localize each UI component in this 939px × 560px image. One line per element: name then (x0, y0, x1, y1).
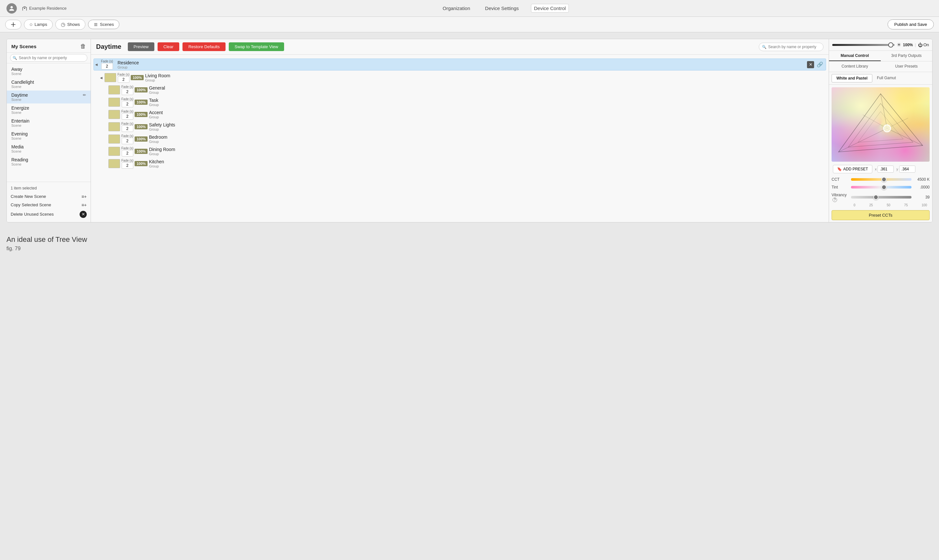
toolbar-lamps-btn[interactable]: ○ Lamps (24, 19, 53, 30)
tab-manual-control[interactable]: Manual Control (829, 51, 881, 61)
fade-input-bedroom[interactable] (122, 138, 133, 144)
scenes-header: My Scenes 🗑 (7, 39, 91, 53)
cct-slider-thumb[interactable] (881, 177, 887, 182)
scene-item-energize[interactable]: Energize Scene (7, 103, 91, 116)
fade-input-accent[interactable] (122, 113, 133, 120)
brightness-slider-thumb[interactable] (888, 42, 893, 48)
swap-template-button[interactable]: Swap to Template View (229, 42, 284, 51)
brightness-slider-track[interactable] (832, 44, 895, 46)
coord-y-input[interactable] (899, 166, 915, 173)
preview-button[interactable]: Preview (128, 42, 154, 51)
node-sub-accent: Group (149, 115, 163, 119)
scenes-search-input[interactable] (10, 54, 87, 62)
tree-row-accent[interactable]: Fade (s) 100% Accent Group (107, 109, 826, 120)
nav-device-settings[interactable]: Device Settings (483, 4, 521, 12)
scene-item-evening[interactable]: Evening Scene (7, 129, 91, 142)
color-tab-full-gamut[interactable]: Full Gamut (872, 74, 900, 82)
fade-input-dining[interactable] (122, 150, 133, 157)
tab-3rd-party[interactable]: 3rd Party Outputs (881, 51, 933, 61)
clear-button[interactable]: Clear (157, 42, 179, 51)
scene-item-away[interactable]: Away Scene (7, 65, 91, 78)
fade-input-task[interactable] (122, 101, 133, 107)
create-new-scene-action[interactable]: Create New Scene ≡+ (11, 192, 87, 201)
toolbar-plus-btn[interactable] (5, 20, 22, 29)
color-tab-white-pastel[interactable]: White and Pastel (831, 74, 872, 82)
svg-line-7 (881, 94, 887, 128)
fade-input-general[interactable] (122, 89, 133, 95)
caption-title: An ideal use of Tree View (6, 235, 933, 244)
collapse-living-arrow[interactable]: ◀ (100, 76, 105, 80)
color-picker-area: 🔖 ADD PRESET x y (829, 85, 932, 176)
svg-line-11 (863, 115, 887, 128)
toolbar-shows-btn[interactable]: ◷ Shows (56, 19, 85, 30)
tree-row-kitchen[interactable]: Fade (s) 100% Kitchen Group (107, 158, 826, 169)
color-sub-tabs: White and Pastel Full Gamut (829, 72, 932, 85)
collapse-arrow[interactable]: ◀ (95, 63, 100, 66)
publish-save-button[interactable]: Publish and Save (888, 19, 934, 29)
fade-field-general: Fade (s) (121, 85, 133, 95)
cct-slider-track[interactable] (851, 178, 911, 181)
scene-item-media[interactable]: Media Scene (7, 142, 91, 155)
fade-input-living[interactable] (118, 76, 130, 83)
tree-row-residence[interactable]: ◀ Fade (s) Residence Group ✕ 🔗 (94, 58, 826, 71)
delete-unused-scenes-action[interactable]: Delete Unused Scenes ✕ (11, 209, 87, 220)
nav-device-control[interactable]: Device Control (531, 4, 569, 12)
fade-input-residence[interactable] (101, 63, 113, 69)
vibrancy-slider-thumb[interactable] (873, 195, 879, 200)
vibrancy-value: 39 (914, 195, 930, 200)
add-preset-button[interactable]: 🔖 ADD PRESET (833, 165, 872, 173)
fade-field-task: Fade (s) (121, 97, 133, 107)
toolbar-scenes-btn[interactable]: Scenes (88, 20, 119, 29)
tree-row-dining-room[interactable]: Fade (s) 100% Dining Room Group (107, 146, 826, 157)
nav-organization[interactable]: Organization (440, 4, 473, 12)
tree-row-task[interactable]: Fade (s) 100% Task Group (107, 96, 826, 108)
edit-scene-icon[interactable]: ✏ (83, 93, 86, 97)
power-label[interactable]: ⏻ On (918, 42, 929, 48)
editor-search-input[interactable] (759, 43, 823, 51)
residence-label[interactable]: Example Residence (22, 6, 67, 11)
restore-defaults-button[interactable]: Restore Defaults (182, 42, 225, 51)
vibrancy-slider-track[interactable] (851, 196, 911, 198)
color-swatch-safety (108, 122, 120, 131)
svg-point-0 (24, 8, 25, 9)
color-wheel[interactable] (831, 87, 930, 162)
scene-item-entertain[interactable]: Entertain Scene (7, 116, 91, 129)
right-top-controls: ☀ 100% | ⏻ On (829, 39, 932, 51)
tint-slider-track[interactable] (851, 186, 911, 189)
tree-row-general[interactable]: Fade (s) 100% General Group (107, 84, 826, 96)
copy-selected-scene-action[interactable]: Copy Selected Scene ≡+ (11, 201, 87, 209)
scene-item-candlelight[interactable]: Candlelight Scene (7, 78, 91, 91)
top-nav-center: Organization Device Settings Device Cont… (76, 4, 933, 12)
link-icon[interactable]: 🔗 (817, 62, 823, 68)
preset-cct-button[interactable]: Preset CCTs (831, 210, 930, 220)
tree-row-safety-lights[interactable]: Fade (s) 100% Safety Lights Group (107, 121, 826, 132)
tint-slider-thumb[interactable] (881, 185, 887, 190)
tree-row-living-room[interactable]: ◀ Fade (s) 100% Living Room Group (99, 72, 826, 83)
intensity-badge-safety: 100% (135, 124, 148, 129)
add-preset-row: 🔖 ADD PRESET x y (831, 165, 930, 173)
vibrancy-help-icon[interactable]: ? (833, 198, 837, 202)
tree-row-bedroom[interactable]: Fade (s) 100% Bedroom Group (107, 133, 826, 145)
user-avatar-icon[interactable] (6, 3, 17, 14)
scene-item-reading[interactable]: Reading Scene (7, 155, 91, 168)
delete-icon[interactable]: 🗑 (80, 43, 86, 50)
selected-count: 1 item selected (11, 185, 87, 192)
tab-content-library[interactable]: Content Library (829, 62, 881, 72)
coord-x-input[interactable] (877, 166, 894, 173)
gamut-lines-svg (831, 87, 930, 162)
power-separator: | (915, 42, 916, 47)
scene-item-daytime[interactable]: Daytime ✏ Scene (7, 91, 91, 103)
node-sub-living: Group (145, 78, 170, 82)
intensity-badge-bedroom: 100% (135, 137, 148, 142)
scenes-search-icon: 🔍 (12, 56, 17, 60)
remove-residence-btn[interactable]: ✕ (807, 61, 814, 68)
fade-input-kitchen[interactable] (122, 162, 133, 169)
cct-label: CCT (831, 177, 848, 182)
node-sub-general: Group (149, 91, 165, 94)
copy-scene-icon: ≡+ (82, 202, 87, 208)
fade-input-safety[interactable] (122, 125, 133, 132)
vibrancy-label: Vibrancy ? (831, 193, 848, 202)
sun-icon: ☀ (897, 42, 901, 48)
delete-unused-icon[interactable]: ✕ (80, 211, 87, 218)
tab-user-presets[interactable]: User Presets (881, 62, 933, 72)
